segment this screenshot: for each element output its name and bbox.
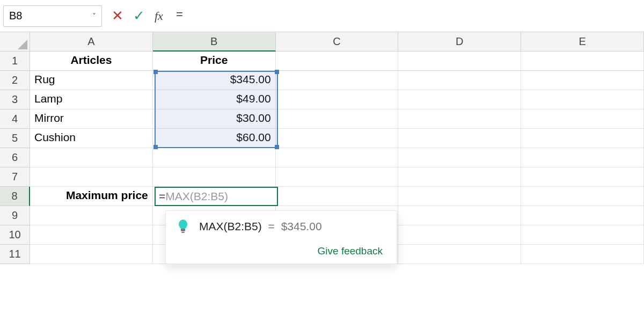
name-box[interactable]: B8 ˅ xyxy=(3,5,102,27)
cell-D2[interactable] xyxy=(398,71,521,90)
row-header-3[interactable]: 3 xyxy=(0,90,30,109)
cell-B2[interactable]: $345.00 xyxy=(153,71,276,90)
row-header-8[interactable]: 8 xyxy=(0,187,30,206)
cell-E9[interactable] xyxy=(521,206,644,225)
svg-rect-3 xyxy=(181,232,185,233)
cell-D7[interactable] xyxy=(398,167,521,187)
cell-C2[interactable] xyxy=(276,71,399,90)
column-header-E[interactable]: E xyxy=(521,32,644,52)
give-feedback-link[interactable]: Give feedback xyxy=(177,235,383,257)
select-all-corner[interactable] xyxy=(0,32,30,52)
name-box-value: B8 xyxy=(9,10,22,22)
cell-A10[interactable] xyxy=(30,225,153,245)
lightbulb-icon xyxy=(177,218,189,235)
cell-A9[interactable] xyxy=(30,206,153,225)
cell-E3[interactable] xyxy=(521,90,644,109)
formula-bar: B8 ˅ ✕ ✓ fx = xyxy=(0,0,644,32)
row-header-10[interactable]: 10 xyxy=(0,225,30,245)
cell-A7[interactable] xyxy=(30,167,153,187)
column-header-C[interactable]: C xyxy=(276,32,399,52)
ghost-suggestion: MAX(B2:B5) xyxy=(165,190,228,202)
column-header-B[interactable]: B xyxy=(153,32,276,52)
active-cell-editor[interactable]: =MAX(B2:B5) xyxy=(155,187,278,206)
row-header-2[interactable]: 2 xyxy=(0,71,30,90)
cell-E7[interactable] xyxy=(521,167,644,187)
cancel-icon[interactable]: ✕ xyxy=(112,8,123,24)
cell-C3[interactable] xyxy=(276,90,399,109)
row-header-1[interactable]: 1 xyxy=(0,52,30,71)
cell-C5[interactable] xyxy=(276,129,399,148)
cell-B7[interactable] xyxy=(153,167,276,187)
formula-suggestion-flyout: MAX(B2:B5) = $345.00 Give feedback xyxy=(165,210,397,264)
cell-A11[interactable] xyxy=(30,245,153,264)
cell-A5[interactable]: Cushion xyxy=(30,129,153,148)
cell-B4[interactable]: $30.00 xyxy=(153,109,276,129)
cell-C7[interactable] xyxy=(276,167,399,187)
cell-D1[interactable] xyxy=(398,52,521,71)
accept-icon[interactable]: ✓ xyxy=(133,8,145,24)
formula-bar-actions: ✕ ✓ fx xyxy=(108,8,166,24)
cell-B5[interactable]: $60.00 xyxy=(153,129,276,148)
chevron-down-icon[interactable]: ˅ xyxy=(92,12,96,20)
typed-text: = xyxy=(159,190,165,202)
cell-A6[interactable] xyxy=(30,148,153,167)
select-all-triangle-icon xyxy=(18,40,27,49)
cell-D5[interactable] xyxy=(398,129,521,148)
formula-input[interactable]: = xyxy=(173,5,639,27)
cell-D11[interactable] xyxy=(398,245,521,264)
row-header-4[interactable]: 4 xyxy=(0,109,30,129)
svg-point-1 xyxy=(179,219,187,229)
cell-B6[interactable] xyxy=(153,148,276,167)
fx-icon[interactable]: fx xyxy=(155,9,163,23)
cell-E2[interactable] xyxy=(521,71,644,90)
cell-B1[interactable]: Price xyxy=(153,52,276,71)
cell-A4[interactable]: Mirror xyxy=(30,109,153,129)
column-headers: A B C D E xyxy=(30,32,644,52)
cell-D4[interactable] xyxy=(398,109,521,129)
equals-icon: = xyxy=(265,220,278,232)
cell-A3[interactable]: Lamp xyxy=(30,90,153,109)
column-header-D[interactable]: D xyxy=(398,32,521,52)
cell-D3[interactable] xyxy=(398,90,521,109)
cell-E4[interactable] xyxy=(521,109,644,129)
row-headers: 1 2 3 4 5 6 7 8 9 10 11 xyxy=(0,52,30,264)
cell-E5[interactable] xyxy=(521,129,644,148)
svg-rect-2 xyxy=(181,229,185,231)
column-header-A[interactable]: A xyxy=(30,32,153,52)
row-header-5[interactable]: 5 xyxy=(0,129,30,148)
cell-E10[interactable] xyxy=(521,225,644,245)
cell-D6[interactable] xyxy=(398,148,521,167)
cell-A1[interactable]: Articles xyxy=(30,52,153,71)
cell-C4[interactable] xyxy=(276,109,399,129)
spreadsheet-grid: A B C D E 1 2 3 4 5 6 7 8 9 10 11 Articl… xyxy=(0,32,644,322)
row-header-11[interactable]: 11 xyxy=(0,245,30,264)
cell-D10[interactable] xyxy=(398,225,521,245)
suggestion-result: $345.00 xyxy=(281,220,322,232)
cell-E8[interactable] xyxy=(521,187,644,206)
cell-E6[interactable] xyxy=(521,148,644,167)
suggestion-expression: MAX(B2:B5) xyxy=(199,220,262,232)
cell-D9[interactable] xyxy=(398,206,521,225)
cell-A8[interactable]: Maximum price xyxy=(30,187,153,206)
cell-B3[interactable]: $49.00 xyxy=(153,90,276,109)
cell-D8[interactable] xyxy=(398,187,521,206)
cell-A2[interactable]: Rug xyxy=(30,71,153,90)
cell-C1[interactable] xyxy=(276,52,399,71)
row-header-9[interactable]: 9 xyxy=(0,206,30,225)
svg-marker-0 xyxy=(18,40,27,49)
cell-E11[interactable] xyxy=(521,245,644,264)
cells-area[interactable]: Articles Price Rug $345.00 Lamp $49.00 M… xyxy=(30,52,644,322)
cell-C6[interactable] xyxy=(276,148,399,167)
cell-C8[interactable] xyxy=(276,187,399,206)
cell-E1[interactable] xyxy=(521,52,644,71)
row-header-6[interactable]: 6 xyxy=(0,148,30,167)
row-header-7[interactable]: 7 xyxy=(0,167,30,187)
